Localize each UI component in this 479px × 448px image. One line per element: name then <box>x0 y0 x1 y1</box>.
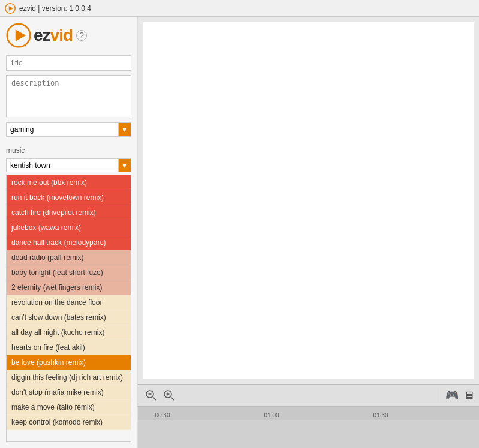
music-list-item[interactable]: dance hall track (melodyparc) <box>7 235 131 250</box>
description-input[interactable] <box>6 75 131 117</box>
help-icon[interactable]: ? <box>76 30 87 41</box>
logo-vid: vid <box>50 26 73 44</box>
time-mark-0130: 01:30 <box>373 412 388 419</box>
music-list-item[interactable]: rock me out (bbx remix) <box>7 175 131 190</box>
music-list-item[interactable]: hearts on fire (feat akil) <box>7 340 131 355</box>
music-list-item[interactable]: jukebox (wawa remix) <box>7 220 131 235</box>
music-list-item[interactable]: revolution on the dance floor <box>7 295 131 310</box>
music-list-item[interactable]: baby tonight (feat short fuze) <box>7 265 131 280</box>
category-arrow[interactable]: ▼ <box>118 122 131 137</box>
music-search-input[interactable] <box>6 158 118 172</box>
svg-line-10 <box>171 397 174 400</box>
titlebar-text: ezvid | version: 1.0.0.4 <box>19 4 91 13</box>
logo-area: ezvid ? <box>6 23 131 48</box>
music-label: music <box>6 146 131 155</box>
logo-play-icon <box>6 23 31 48</box>
music-list-item[interactable]: can't slow down (bates remix) <box>7 310 131 325</box>
music-list-item[interactable]: diggin this feeling (dj rich art remix) <box>7 370 131 385</box>
svg-line-6 <box>153 397 156 400</box>
timeline-track <box>138 420 479 448</box>
music-list-item[interactable]: all day all night (kucho remix) <box>7 325 131 340</box>
play-icon <box>5 3 16 14</box>
time-mark-0030: 00:30 <box>155 412 170 419</box>
zoom-in-button[interactable] <box>161 387 177 404</box>
category-wrapper: gaming education entertainment music ▼ <box>6 122 131 137</box>
timeline-area: 00:30 01:00 01:30 <box>138 406 479 448</box>
music-list-item[interactable]: 2 eternity (wet fingers remix) <box>7 280 131 295</box>
monitor-icon[interactable]: 🖥 <box>463 389 474 402</box>
timeline-ruler: 00:30 01:00 01:30 <box>138 407 479 420</box>
logo-text: ezvid <box>34 26 73 45</box>
left-panel: ezvid ? gaming education entertainment m… <box>0 17 138 448</box>
music-list-wrapper: rock me out (bbx remix)run it back (move… <box>6 175 131 442</box>
music-list-item[interactable]: be love (pushkin remix) <box>7 355 131 370</box>
music-search-dropdown-button[interactable]: ▼ <box>118 158 131 172</box>
time-mark-0100: 01:00 <box>264 412 279 419</box>
gamepad-icon[interactable]: 🎮 <box>445 389 459 402</box>
music-list-item[interactable]: run it back (movetown remix) <box>7 190 131 205</box>
music-list-item[interactable]: don't stop (mafia mike remix) <box>7 385 131 400</box>
music-list-item[interactable]: dead radio (paff remix) <box>7 250 131 265</box>
music-list-item[interactable]: catch fire (drivepilot remix) <box>7 205 131 220</box>
svg-marker-1 <box>9 6 14 11</box>
right-panel: 🎮 🖥 00:30 01:00 01:30 <box>138 17 479 448</box>
title-input[interactable] <box>6 55 131 71</box>
svg-marker-3 <box>16 29 26 41</box>
music-search-wrapper: ▼ <box>6 158 131 172</box>
timeline-toolbar: 🎮 🖥 <box>138 384 479 406</box>
preview-area <box>143 22 474 379</box>
timeline-divider <box>439 388 439 402</box>
music-list: rock me out (bbx remix)run it back (move… <box>6 175 131 442</box>
zoom-out-icon <box>145 389 157 401</box>
zoom-out-button[interactable] <box>143 387 159 404</box>
zoom-in-icon <box>163 389 175 401</box>
main-layout: ezvid ? gaming education entertainment m… <box>0 17 479 448</box>
logo-ez: ez <box>34 26 50 44</box>
titlebar: ezvid | version: 1.0.0.4 <box>0 0 479 17</box>
music-list-item[interactable]: make a move (taito remix) <box>7 400 131 415</box>
music-list-item[interactable]: keep control (komodo remix) <box>7 415 131 430</box>
category-select[interactable]: gaming education entertainment music <box>6 122 118 137</box>
